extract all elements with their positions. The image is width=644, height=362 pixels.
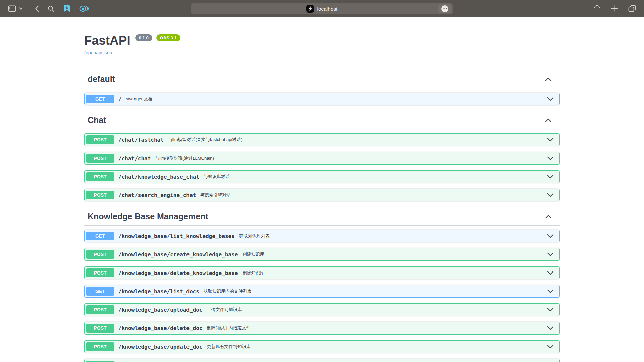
endpoint-row[interactable]: GET /knowledge_base/list_knowledge_bases… — [84, 230, 560, 242]
chevron-left-icon — [35, 5, 39, 12]
chevron-down-icon — [547, 234, 554, 238]
expand-arrow — [547, 271, 554, 275]
chevron-down-icon — [547, 271, 554, 275]
endpoint-row[interactable]: POST /chat/knowledge_base_chat 与知识库对话 — [84, 170, 560, 183]
endpoint-path: /knowledge_base/upload_doc — [118, 307, 202, 313]
expand-arrow — [547, 97, 554, 101]
endpoint-row[interactable]: POST /knowledge_base/delete_knowledge_ba… — [84, 266, 560, 279]
endpoint-row[interactable]: POST /knowledge_base/delete_doc 删除知识库内指定… — [84, 322, 560, 335]
share-button[interactable] — [594, 5, 600, 13]
endpoint-description: 删除知识库 — [242, 270, 264, 276]
chevron-up-icon — [545, 77, 552, 81]
endpoint-row[interactable]: POST /chat/chat 与llm模型对话(通过LLMChain) — [84, 152, 560, 165]
expand-arrow — [547, 308, 554, 312]
endpoint-row[interactable]: POST /knowledge_base/upload_doc 上传文件到知识库 — [84, 303, 560, 316]
section-header-default[interactable]: default — [84, 69, 560, 88]
lightning-bolt-icon — [308, 6, 312, 11]
endpoint-row[interactable]: POST /knowledge_base/update_doc 更新现有文件到知… — [84, 340, 560, 353]
chevron-down-icon — [547, 345, 554, 349]
method-badge: POST — [86, 361, 114, 362]
endpoint-row[interactable]: GET / swagger 文档 — [84, 93, 560, 105]
expand-arrow — [547, 345, 554, 349]
openapi-spec-link[interactable]: /openapi.json — [84, 50, 112, 55]
endpoint-description: 与搜索引擎对话 — [200, 192, 231, 198]
search-button[interactable] — [48, 5, 54, 12]
endpoint-path: /chat/fastchat — [118, 137, 164, 143]
expand-arrow — [547, 252, 554, 256]
section-title: Chat — [88, 115, 106, 125]
chevron-up-icon — [545, 118, 552, 122]
endpoint-path: /knowledge_base/list_knowledge_bases — [118, 233, 235, 239]
section-default: default GET / swagger 文档 — [84, 69, 560, 105]
expand-arrow — [547, 193, 554, 197]
search-icon — [48, 5, 54, 12]
tab-overview-button[interactable] — [628, 5, 636, 12]
ellipsis-icon — [441, 5, 448, 12]
focus-extension-button[interactable] — [79, 5, 89, 12]
back-button[interactable] — [35, 5, 39, 12]
endpoint-description: 创建知识库 — [242, 251, 264, 257]
endpoint-row[interactable]: POST /chat/search_engine_chat 与搜索引擎对话 — [84, 189, 560, 201]
sidebar-toggle-button[interactable] — [8, 5, 16, 12]
method-badge: GET — [86, 287, 114, 296]
expand-arrow — [547, 156, 554, 160]
version-badge: 0.1.0 — [135, 34, 152, 41]
chevron-down-icon — [547, 193, 554, 197]
expand-arrow — [547, 326, 554, 330]
share-icon — [594, 5, 600, 13]
endpoint-path: /knowledge_base/create_knowledge_base — [118, 251, 238, 258]
circle-star-icon — [79, 5, 89, 12]
chevron-up-icon — [545, 215, 552, 219]
method-badge: POST — [86, 172, 114, 181]
new-tab-button[interactable] — [611, 5, 618, 12]
endpoint-row[interactable]: GET /knowledge_base/list_docs 获取知识库内的文件列… — [84, 285, 560, 298]
chevron-down-icon — [547, 289, 554, 293]
endpoint-path: /knowledge_base/update_doc — [118, 344, 202, 350]
endpoint-path: /knowledge_base/delete_doc — [118, 325, 202, 331]
section-chat: Chat POST /chat/fastchat 与llm模型对话(直接与fas… — [84, 110, 560, 201]
expand-arrow — [547, 138, 554, 142]
chevron-down-icon — [547, 308, 554, 312]
method-badge: POST — [86, 250, 114, 259]
expand-arrow — [547, 289, 554, 293]
endpoint-row[interactable]: POST /knowledge_base/create_knowledge_ba… — [84, 248, 560, 261]
method-badge: POST — [86, 305, 114, 314]
method-badge: POST — [86, 191, 114, 199]
chevron-down-icon — [547, 138, 554, 142]
section-header-knowledge-base-management[interactable]: Knowledge Base Management — [84, 206, 560, 226]
endpoint-path: /chat/knowledge_base_chat — [118, 174, 199, 180]
endpoint-description: 获取知识库列表 — [239, 233, 270, 239]
page-settings-button[interactable] — [438, 4, 451, 13]
endpoint-description: 更新现有文件到知识库 — [207, 344, 250, 350]
endpoint-description: 获取知识库内的文件列表 — [204, 288, 252, 294]
endpoint-description: 删除知识库内指定文件 — [207, 325, 250, 331]
plus-icon — [611, 5, 618, 12]
page-title: FastAPI — [84, 34, 130, 48]
endpoint-row[interactable]: POST /chat/fastchat 与llm模型对话(直接与fastchat… — [84, 133, 560, 146]
endpoint-description: 与llm模型对话(直接与fastchat api对话) — [168, 137, 243, 143]
sidebar-chevron-button[interactable] — [19, 7, 23, 10]
expand-arrow — [547, 175, 554, 179]
endpoint-path: /chat/chat — [118, 155, 151, 162]
chevron-down-icon — [19, 7, 23, 10]
chevron-down-icon — [547, 252, 554, 256]
section-title: default — [88, 74, 115, 84]
endpoint-path: /knowledge_base/delete_knowledge_base — [118, 270, 238, 276]
chevron-down-icon — [547, 175, 554, 179]
endpoint-description: 上传文件到知识库 — [207, 307, 241, 313]
bookmark-arrow-icon — [63, 5, 71, 12]
endpoint-description: 与llm模型对话(通过LLMChain) — [155, 155, 214, 161]
endpoint-description: swagger 文档 — [126, 96, 153, 102]
section-title: Knowledge Base Management — [88, 212, 208, 221]
section-header-chat[interactable]: Chat — [84, 110, 560, 129]
endpoint-row[interactable]: POST /knowledge_base/recreate_vector_sto… — [84, 359, 560, 362]
method-badge: POST — [86, 154, 114, 163]
address-bar[interactable]: localhost — [191, 3, 453, 14]
bookmark-extension-button[interactable] — [63, 5, 71, 12]
method-badge: GET — [86, 95, 114, 103]
oas-badge: OAS 3.1 — [156, 34, 180, 41]
toolbar-divider — [26, 6, 26, 12]
endpoint-path: / — [118, 96, 122, 102]
browser-toolbar: localhost — [0, 0, 644, 17]
method-badge: GET — [86, 232, 114, 240]
